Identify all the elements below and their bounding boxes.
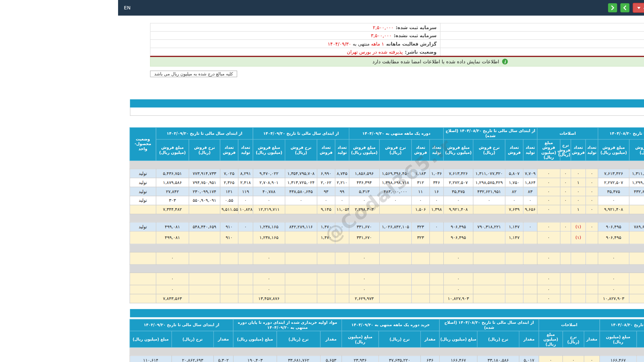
column-header: مبلغ فروش (میلیون ریال) bbox=[443, 139, 473, 161]
value-cell: ۱۰,۸۲۷,۹۰۳ bbox=[598, 294, 629, 303]
column-header: نرخ (ریال) bbox=[563, 331, 584, 348]
value-cell: ۰ bbox=[253, 273, 285, 285]
column-header: خرید دوره یک ماهه منتهی به ۱۴۰۴/۰۹/۳۰ bbox=[342, 319, 439, 331]
value-cell: ۰ bbox=[537, 205, 560, 214]
value-cell: ۹۰۶,۴۹۵ bbox=[443, 222, 473, 231]
value-cell: ۱۱ bbox=[412, 187, 430, 196]
column-header: از ابتدای سال مالی تا تاریخ ۱۴۰۳/۰۹/۳۰ bbox=[156, 127, 253, 139]
value-cell: ۲,۲۷۲,۵۰۷ bbox=[598, 178, 629, 187]
value-cell bbox=[629, 285, 644, 294]
value-cell: ۰ bbox=[598, 252, 629, 264]
value-cell: ۳۳,۱۸۰,۵۸۶ bbox=[477, 356, 519, 362]
value-cell: ۳۷,۶۳۵,۲۲۰ bbox=[379, 356, 421, 362]
column-header: مواد اولیه خریداری شده از ابتدای دوره تا… bbox=[233, 319, 341, 331]
value-cell: ۱۶۶,۴۶۷ bbox=[600, 356, 637, 362]
table-row: ایزوگامهزارمترمربع۱,۸۶۴۱,۷۴۹۱,۲۹۹,۳۱۷,۸۹… bbox=[130, 178, 644, 187]
value-cell: ۱۱۰,۶۱۴ bbox=[130, 356, 172, 362]
value-cell: ۱,۲۳۸,۱۶۵ bbox=[253, 222, 285, 231]
value-cell bbox=[189, 273, 220, 285]
info-value: منتهی به bbox=[351, 41, 371, 47]
value-cell bbox=[335, 231, 349, 244]
value-cell: ۰ bbox=[586, 222, 598, 231]
value-cell: ۲,۷۰۸,۹۰۱ bbox=[253, 178, 285, 187]
value-cell: ۰ bbox=[412, 196, 430, 205]
value-cell: ۹۱۰ bbox=[220, 222, 238, 231]
report-type-dropdown[interactable]: گزارش فعالیت bbox=[633, 3, 644, 13]
value-cell: ۱۳,۴۵۷,۸۷۶ bbox=[253, 294, 285, 303]
language-toggle-en[interactable]: EN bbox=[124, 5, 130, 11]
table-row: عایق لولهتن۰۰۰۰۰۰۰۰۰۰۰۰۰۰۰۰۰۰۰۰۰۰.۵۵۵۵۰,… bbox=[130, 196, 644, 205]
value-cell: ۰ bbox=[379, 196, 412, 205]
value-cell: ۰ bbox=[443, 273, 473, 285]
value-cell bbox=[335, 294, 349, 303]
value-cell bbox=[379, 205, 412, 214]
value-cell: ۰ bbox=[473, 196, 505, 205]
info-label: وضعیت ناشر: bbox=[405, 49, 437, 55]
value-cell: ۰ bbox=[537, 231, 560, 244]
value-cell: ۸۳ bbox=[523, 187, 537, 196]
value-cell: ۰ bbox=[584, 356, 600, 362]
amounts-unit-note: کلیه مبالغ درج شده به میلیون ریال می باش… bbox=[150, 71, 237, 77]
value-cell: ۳۲۳ bbox=[412, 231, 430, 244]
column-header: تعداد تولید bbox=[430, 139, 444, 161]
value-cell bbox=[629, 273, 644, 285]
column-header: نرخ فروش (ریال) bbox=[379, 139, 412, 161]
value-cell: ۵۵۰,۹۰۹,۰۹۱ bbox=[189, 196, 220, 205]
value-cell: ۱,۲۳۸,۱۶۵ bbox=[253, 231, 285, 244]
value-cell bbox=[189, 294, 220, 303]
value-cell: ۵,۳۰۲ bbox=[214, 356, 233, 362]
value-cell: ۷۸۹,۶۲۹,۷۹۱ bbox=[629, 222, 644, 231]
value-cell bbox=[285, 273, 317, 285]
value-cell: ۰ bbox=[238, 222, 253, 231]
info-row: نماد:کپشیرسرمایه ثبت نشده:۳,۵۰۰,۰۰۰ bbox=[150, 32, 644, 40]
value-cell: ۴۳۲,۶۲۱,۹۵۱ bbox=[473, 187, 505, 196]
value-cell bbox=[335, 252, 349, 264]
unit-note-row: کلیه مبالغ درج شده به میلیون ریال می باش… bbox=[150, 69, 644, 77]
value-cell: ۰ bbox=[443, 252, 473, 264]
value-cell: ۹۱۰ bbox=[220, 231, 238, 244]
value-cell: ۴۳۸,۵۸۰,۶۴۵ bbox=[285, 187, 317, 196]
next-report-button[interactable] bbox=[621, 3, 630, 12]
info-cell: سرمایه ثبت شده:۲,۵۰۰,۰۰۰ bbox=[150, 23, 440, 31]
column-header: مقدار bbox=[214, 331, 233, 348]
value-cell bbox=[571, 273, 586, 285]
prev-report-button[interactable] bbox=[608, 3, 617, 12]
value-cell bbox=[335, 285, 349, 294]
value-cell bbox=[238, 294, 253, 303]
value-cell: ۲,۳۶۵ bbox=[220, 178, 238, 187]
value-cell: ۰ bbox=[537, 169, 560, 178]
value-cell: ۱,۲۹۹,۳۱۷,۸۹۶ bbox=[629, 178, 644, 187]
value-cell: ۰ bbox=[335, 222, 349, 231]
column-header: دوره یک ماهه منتهی به ۱۴۰۴/۰۹/۳۰ bbox=[349, 127, 444, 139]
section-header-purchases: خرید مواد اولیه bbox=[130, 309, 644, 317]
column-header: از ابتدای سال مالی تا تاریخ ۱۴۰۴/۰۸/۳۰ bbox=[600, 319, 644, 331]
value-cell: ۹,۹۲۱,۴۰۸ bbox=[443, 205, 473, 214]
value-cell: ۷۷۳,۹۱۴,۷۳۳ bbox=[189, 169, 220, 178]
value-cell: ۰ bbox=[537, 273, 560, 285]
report-body: تولید و فروش کلیه مبالغ به میلیون ریال ا… bbox=[130, 99, 644, 362]
value-cell bbox=[586, 273, 598, 285]
value-cell: ۰ bbox=[443, 285, 473, 294]
value-cell: ۲۷,۸۴۲ bbox=[156, 187, 189, 196]
info-value: ۱۴۰۴/۰۹/۳۰ bbox=[328, 41, 351, 47]
value-cell bbox=[220, 294, 238, 303]
table-row: سایرتن۸۳۸۲۴۳۲,۶۲۱,۹۵۱۳۵,۴۷۵۰۰۰۰۸۳۸۲۴۳۲,۶… bbox=[130, 187, 644, 196]
value-cell: ۳۴۶ bbox=[430, 178, 444, 187]
value-cell: ۷,۳۴۴,۴۸۲ bbox=[156, 205, 189, 214]
value-cell: ۱,۸۷۹,۵۸۶ bbox=[156, 178, 189, 187]
value-cell: ۱,۳۹۸ bbox=[430, 205, 444, 214]
info-cell: سال مالی منتهی به:۱۴۰۴/۱۲/۲۹ bbox=[440, 48, 644, 57]
value-cell: ۳۵,۴۷۵ bbox=[598, 187, 629, 196]
value-cell: ۱,۰۳۶ bbox=[430, 169, 444, 178]
value-cell: ۱۱۹ bbox=[238, 187, 253, 196]
value-cell bbox=[523, 285, 537, 294]
value-cell bbox=[317, 273, 335, 285]
column-header: تعداد تولید bbox=[238, 139, 253, 161]
value-cell: ۹,۱۴۵ bbox=[317, 205, 335, 214]
value-cell: ۰ bbox=[523, 196, 537, 205]
value-cell: ۲,۲۱۰ bbox=[335, 178, 349, 187]
value-cell bbox=[220, 252, 238, 264]
value-cell: ۹۰۶,۴۹۵ bbox=[598, 222, 629, 231]
value-cell bbox=[586, 231, 598, 244]
value-cell bbox=[523, 294, 537, 303]
